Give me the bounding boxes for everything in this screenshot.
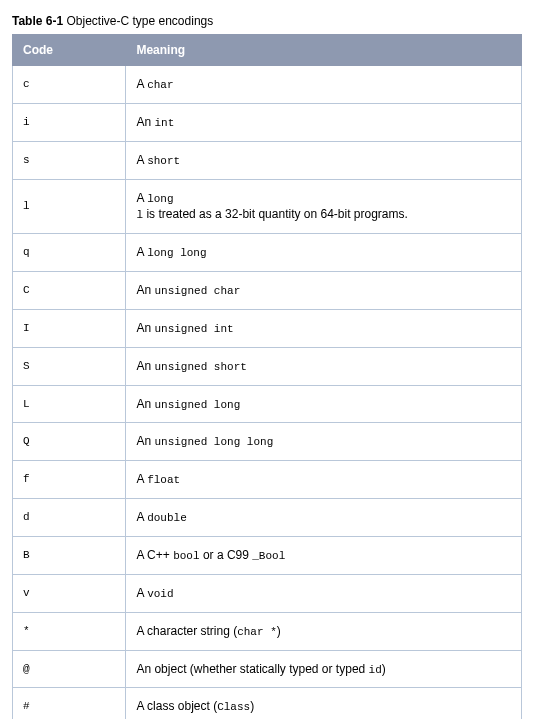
meaning-cell: An unsigned int <box>126 309 522 347</box>
code-cell: d <box>13 499 126 537</box>
table-row: cA char <box>13 66 522 104</box>
meaning-cell: A character string (char *) <box>126 612 522 650</box>
code-cell: * <box>13 612 126 650</box>
table-row: CAn unsigned char <box>13 272 522 310</box>
code-cell: c <box>13 66 126 104</box>
code-cell: L <box>13 385 126 423</box>
meaning-cell: An unsigned long long <box>126 423 522 461</box>
meaning-cell: A C++ bool or a C99 _Bool <box>126 536 522 574</box>
table-header-row: Code Meaning <box>13 35 522 66</box>
table-row: #A class object (Class) <box>13 688 522 719</box>
table-title-text: Objective-C type encodings <box>66 14 213 28</box>
code-cell: s <box>13 141 126 179</box>
meaning-cell: An object (whether statically typed or t… <box>126 650 522 688</box>
table-row: dA double <box>13 499 522 537</box>
meaning-cell: A void <box>126 574 522 612</box>
code-cell: l <box>13 179 126 234</box>
meaning-cell: An unsigned long <box>126 385 522 423</box>
table-row: *A character string (char *) <box>13 612 522 650</box>
encodings-table: Code Meaning cA chariAn intsA shortlA lo… <box>12 34 522 719</box>
meaning-cell: A long long <box>126 234 522 272</box>
code-cell: Q <box>13 423 126 461</box>
code-cell: v <box>13 574 126 612</box>
code-cell: q <box>13 234 126 272</box>
table-row: lA longl is treated as a 32-bit quantity… <box>13 179 522 234</box>
code-cell: S <box>13 347 126 385</box>
meaning-cell: An unsigned char <box>126 272 522 310</box>
table-row: vA void <box>13 574 522 612</box>
meaning-cell: A char <box>126 66 522 104</box>
table-row: SAn unsigned short <box>13 347 522 385</box>
meaning-cell: A short <box>126 141 522 179</box>
code-cell: f <box>13 461 126 499</box>
table-row: BA C++ bool or a C99 _Bool <box>13 536 522 574</box>
header-code: Code <box>13 35 126 66</box>
code-cell: C <box>13 272 126 310</box>
table-row: IAn unsigned int <box>13 309 522 347</box>
meaning-cell: An unsigned short <box>126 347 522 385</box>
table-caption: Table 6-1 Objective-C type encodings <box>12 14 522 28</box>
table-number: Table 6-1 <box>12 14 63 28</box>
meaning-cell: A class object (Class) <box>126 688 522 719</box>
table-row: qA long long <box>13 234 522 272</box>
code-cell: i <box>13 103 126 141</box>
meaning-cell: An int <box>126 103 522 141</box>
meaning-cell: A float <box>126 461 522 499</box>
table-row: iAn int <box>13 103 522 141</box>
code-cell: # <box>13 688 126 719</box>
meaning-cell: A double <box>126 499 522 537</box>
table-row: @An object (whether statically typed or … <box>13 650 522 688</box>
code-cell: I <box>13 309 126 347</box>
code-cell: B <box>13 536 126 574</box>
table-row: LAn unsigned long <box>13 385 522 423</box>
meaning-cell: A longl is treated as a 32-bit quantity … <box>126 179 522 234</box>
table-row: fA float <box>13 461 522 499</box>
header-meaning: Meaning <box>126 35 522 66</box>
table-body: cA chariAn intsA shortlA longl is treate… <box>13 66 522 720</box>
table-row: QAn unsigned long long <box>13 423 522 461</box>
code-cell: @ <box>13 650 126 688</box>
table-row: sA short <box>13 141 522 179</box>
